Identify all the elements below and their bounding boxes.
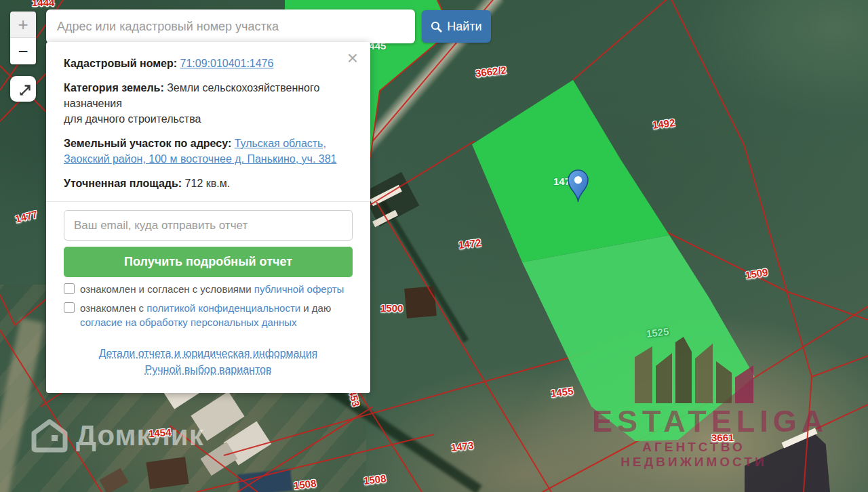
parcel-info-card: × Кадастровый номер: 71:09:010401:1476 К… [46, 42, 370, 393]
map-pin[interactable] [567, 169, 589, 203]
area-value: 712 кв.м. [185, 178, 231, 189]
privacy-consent-text: ознакомлен с политикой конфиденциальност… [80, 301, 353, 329]
close-icon[interactable]: × [344, 49, 361, 68]
map-viewport[interactable]: Домклик ESTATELIGA АГЕНТСТВО НЕДВИЖИМОСТ… [0, 0, 868, 492]
area-label: Уточненная площадь: [64, 178, 182, 189]
estateliga-logo-icon [635, 335, 753, 403]
offer-checkbox[interactable] [64, 283, 75, 294]
cadastral-number-label: Кадастровый номер: [64, 58, 177, 69]
search-input[interactable] [46, 9, 415, 43]
offer-consent-prefix: ознакомлен и согласен с условиями [80, 283, 252, 295]
search-button[interactable]: Найти [422, 10, 491, 43]
card-footer-links: Детали отчета и юридическая информация Р… [64, 346, 353, 378]
area-row: Уточненная площадь: 712 кв.м. [64, 176, 353, 191]
manual-select-link[interactable]: Ручной выбор вариантов [145, 362, 272, 378]
parcel-label-1454: 1454 [148, 426, 171, 439]
parcel-label-1444: 1444 [32, 0, 54, 8]
search-icon [431, 21, 442, 33]
get-report-button[interactable]: Получить подробный отчет [64, 247, 353, 277]
cadastral-number-link[interactable]: 71:09:010401:1476 [180, 58, 274, 69]
domclick-house-icon [31, 417, 68, 454]
parcel-label-3661: 3661 [711, 432, 734, 443]
land-category-row: Категория земель: Земли сельскохозяйстве… [64, 80, 353, 127]
address-row: Земельный участок по адресу: Тульская об… [64, 136, 353, 167]
domclick-watermark: Домклик [31, 417, 204, 454]
land-category-label: Категория земель: [64, 82, 164, 94]
privacy-checkbox[interactable] [64, 302, 75, 313]
parcel-label-1500: 1500 [380, 302, 403, 314]
privacy-consent-middle: и даю [303, 302, 331, 314]
offer-consent-row: ознакомлен и согласен с условиями публич… [64, 282, 353, 296]
zoom-out-button[interactable]: − [10, 38, 36, 64]
fullscreen-button[interactable] [10, 76, 36, 102]
public-offer-link[interactable]: публичной оферты [254, 283, 344, 295]
agency-subtitle: АГЕНТСТВО НЕДВИЖИМОСТИ [592, 440, 795, 470]
zoom-controls: + − [10, 12, 36, 64]
offer-consent-text: ознакомлен и согласен с условиями публич… [80, 282, 344, 296]
privacy-consent-row: ознакомлен с политикой конфиденциальност… [64, 301, 353, 329]
domclick-watermark-text: Домклик [76, 419, 204, 452]
expand-icon [15, 81, 31, 97]
agency-watermark: ESTATELIGA АГЕНТСТВО НЕДВИЖИМОСТИ [592, 335, 795, 470]
agency-name: ESTATELIGA [592, 406, 795, 437]
divider [46, 201, 370, 202]
land-purpose-value: для дачного строительства [64, 113, 201, 125]
email-input[interactable] [64, 210, 353, 241]
personal-data-link[interactable]: согласие на обработку персональных данны… [80, 316, 297, 328]
cadastral-number-row: Кадастровый номер: 71:09:010401:1476 [64, 56, 353, 71]
privacy-consent-prefix: ознакомлен с [80, 302, 144, 314]
search-button-label: Найти [447, 20, 481, 34]
privacy-policy-link[interactable]: политикой конфиденциальности [146, 302, 300, 314]
zoom-in-button[interactable]: + [10, 12, 36, 38]
report-details-link[interactable]: Детали отчета и юридическая информация [99, 346, 318, 362]
address-label: Земельный участок по адресу: [64, 138, 231, 149]
